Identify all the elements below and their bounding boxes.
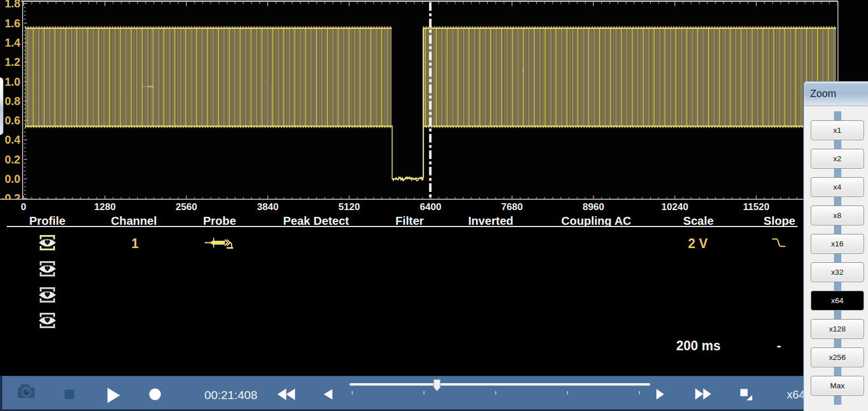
svg-text:0.0: 0.0 bbox=[5, 173, 20, 185]
svg-text:0.4: 0.4 bbox=[5, 133, 21, 146]
svg-text:1.8: 1.8 bbox=[5, 0, 20, 10]
svg-text:0.6: 0.6 bbox=[5, 114, 20, 127]
svg-text:1.4: 1.4 bbox=[5, 36, 21, 49]
svg-text:1.6: 1.6 bbox=[5, 17, 20, 30]
svg-text:0.8: 0.8 bbox=[5, 95, 20, 107]
svg-text:1.0: 1.0 bbox=[5, 76, 20, 88]
svg-text:0.2: 0.2 bbox=[5, 153, 20, 166]
svg-text:1.2: 1.2 bbox=[5, 56, 20, 68]
svg-text:-0.2: -0.2 bbox=[1, 192, 20, 200]
